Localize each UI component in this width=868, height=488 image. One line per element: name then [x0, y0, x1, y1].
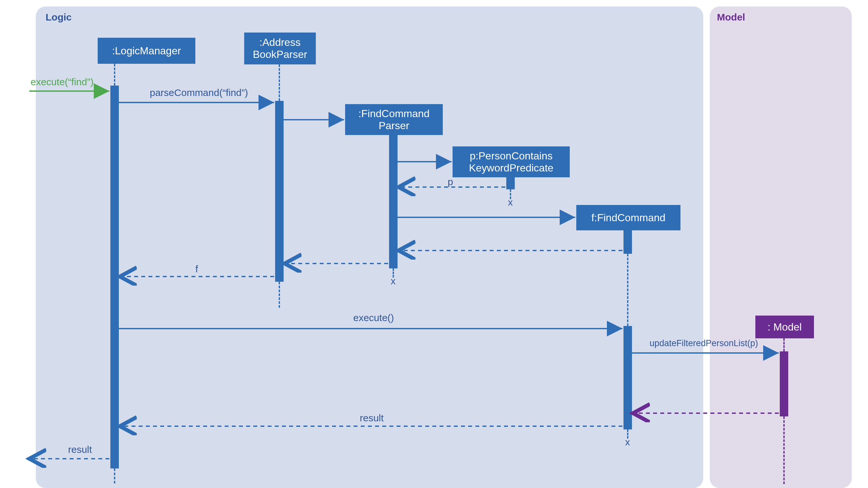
- destroy-findcommandparser: x: [391, 275, 396, 287]
- msg-execute: execute(): [353, 312, 394, 323]
- activation-model: [780, 351, 788, 416]
- lifeline-logicmanager: :LogicManager: [98, 38, 195, 64]
- lifeline-dash-logicmanager-top: [114, 64, 115, 86]
- activation-findcommandparser: [389, 135, 398, 268]
- logic-frame-label: Logic: [45, 12, 72, 23]
- lifeline-dash-fc-mid: [627, 254, 628, 326]
- lifeline-model: : Model: [755, 316, 814, 338]
- msg-return-p: p: [448, 176, 453, 187]
- msg-result-from-fc: result: [360, 413, 383, 424]
- lifeline-findcommand: f:FindCommand: [576, 205, 680, 230]
- activation-logicmanager: [111, 86, 119, 468]
- lifeline-dash-abp-top: [279, 64, 280, 101]
- msg-parse-command: parseCommand(“find”): [150, 87, 248, 98]
- model-frame-label: Model: [717, 12, 745, 23]
- lifeline-addressbookparser: :AddressBookParser: [244, 33, 316, 64]
- lifeline-predicate: p:PersonContainsKeywordPredicate: [453, 147, 570, 177]
- msg-return-f: f: [195, 263, 198, 274]
- lifeline-findcommandparser: :FindCommandParser: [345, 104, 443, 135]
- activation-findcommand-1: [623, 230, 632, 254]
- activation-addressbookparser: [275, 101, 284, 282]
- msg-result-out: result: [68, 444, 92, 455]
- lifeline-dash-model-bottom: [783, 416, 785, 484]
- activation-findcommand-2: [623, 326, 632, 429]
- msg-update-filtered: updateFilteredPersonList(p): [650, 338, 758, 349]
- destroy-predicate: x: [508, 197, 513, 208]
- lifeline-dash-abp-bottom: [279, 282, 280, 308]
- activation-predicate: [506, 177, 515, 189]
- lifeline-dash-logicmanager-bottom: [114, 468, 115, 483]
- lifeline-dash-model-top: [783, 338, 785, 351]
- msg-execute-find: execute(“find”): [31, 76, 93, 88]
- destroy-findcommand: x: [625, 436, 630, 448]
